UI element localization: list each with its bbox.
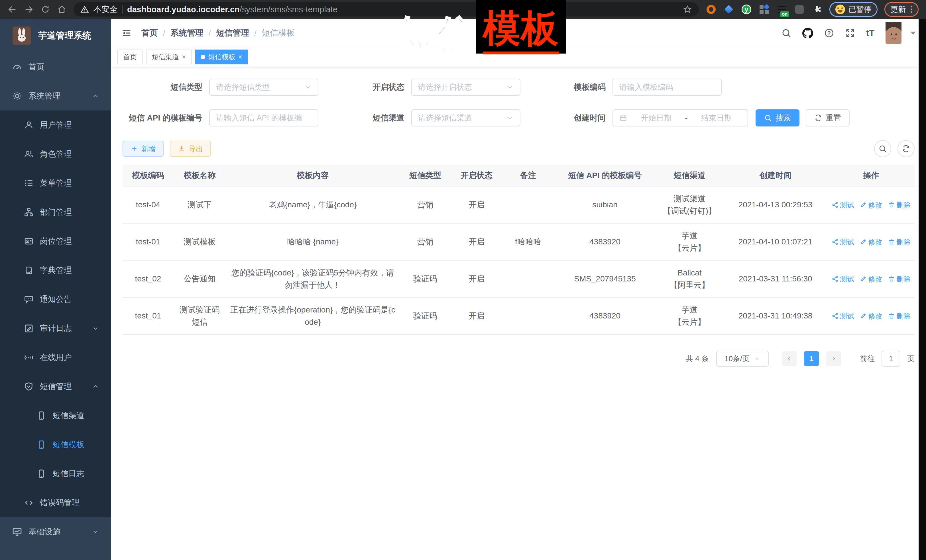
url-text[interactable]: dashboard.yudao.iocoder.cn/system/sms/sm…: [127, 5, 337, 14]
delete-link[interactable]: 删除: [888, 311, 911, 322]
search-icon[interactable]: [781, 28, 791, 38]
page-size-select[interactable]: 10条/页: [716, 351, 769, 367]
tab-sms-channel[interactable]: 短信渠道×: [146, 50, 192, 64]
test-link[interactable]: 测试: [832, 273, 854, 285]
template-code-input[interactable]: [613, 78, 722, 96]
export-button[interactable]: 导出: [170, 141, 211, 157]
sidebar-item-audit-log[interactable]: 审计日志: [0, 314, 111, 343]
extension-gem-icon[interactable]: [723, 4, 734, 15]
extension-y-icon[interactable]: y: [741, 4, 752, 15]
sidebar-item-users[interactable]: 用户管理: [0, 110, 111, 140]
sidebar-item-home[interactable]: 首页: [0, 53, 111, 82]
page-number-current[interactable]: 1: [804, 351, 819, 366]
test-link[interactable]: 测试: [832, 236, 854, 248]
reset-button[interactable]: 重置: [806, 109, 850, 127]
next-page-button[interactable]: [826, 351, 841, 366]
col-created: 创建时间: [723, 165, 828, 186]
chevron-down-icon: [92, 325, 99, 332]
sidebar-item-sms-channel[interactable]: 短信渠道: [0, 401, 111, 430]
sidebar-item-infrastructure[interactable]: 基础设施: [0, 517, 111, 546]
search-icon: [764, 114, 772, 122]
api-template-input[interactable]: [209, 109, 318, 127]
font-size-icon[interactable]: tT: [866, 28, 875, 38]
breadcrumb: 首页 / 系统管理 / 短信管理 / 短信模板: [141, 27, 295, 39]
sidebar-item-label: 短信日志: [53, 468, 84, 479]
fullscreen-icon[interactable]: [845, 28, 855, 38]
chevron-up-icon: [92, 92, 99, 100]
delete-link[interactable]: 删除: [888, 236, 911, 248]
close-icon[interactable]: ×: [182, 53, 186, 61]
add-button[interactable]: 新增: [123, 141, 163, 157]
end-date-placeholder[interactable]: 结束日期: [692, 113, 741, 123]
avatar-caret-icon[interactable]: [911, 32, 916, 35]
sidebar-item-label: 部门管理: [40, 207, 72, 217]
prev-page-button[interactable]: [782, 351, 797, 366]
avatar[interactable]: [885, 22, 902, 44]
test-link[interactable]: 测试: [832, 311, 854, 322]
app-title: 芋道管理系统: [38, 30, 91, 42]
show-search-button[interactable]: [874, 140, 891, 157]
extension-list-icon[interactable]: on: [776, 4, 787, 15]
forward-icon[interactable]: [24, 5, 33, 14]
chevron-down-icon: [506, 114, 514, 122]
edit-link[interactable]: 修改: [860, 236, 882, 248]
extension-orange-icon[interactable]: [706, 4, 717, 15]
profile-avatar-emoji: [835, 5, 845, 14]
browser-menu-icon[interactable]: [910, 5, 912, 14]
breadcrumb-home[interactable]: 首页: [141, 27, 158, 39]
tab-sms-template[interactable]: 短信模板×: [195, 50, 248, 64]
help-icon[interactable]: ?: [824, 28, 834, 38]
refresh-button[interactable]: [897, 140, 915, 157]
breadcrumb-sms[interactable]: 短信管理: [216, 27, 249, 39]
sidebar-item-menus[interactable]: 菜单管理: [0, 169, 111, 198]
profile-paused-pill[interactable]: 已暂停: [829, 2, 878, 17]
sidebar-item-online-users[interactable]: 在线用户: [0, 343, 111, 372]
hamburger-icon[interactable]: [121, 28, 132, 38]
delete-link[interactable]: 删除: [888, 199, 911, 210]
sidebar-item-notice[interactable]: 通知公告: [0, 285, 111, 314]
reload-icon[interactable]: [41, 5, 50, 14]
home-icon[interactable]: [57, 5, 67, 14]
test-link[interactable]: 测试: [832, 199, 854, 210]
security-label: 不安全: [94, 4, 117, 15]
on-badge: on: [780, 11, 789, 17]
github-icon[interactable]: [802, 28, 813, 38]
extensions-puzzle-icon[interactable]: [812, 4, 823, 15]
sidebar-item-system[interactable]: 系统管理: [0, 82, 111, 110]
back-icon[interactable]: [8, 5, 17, 14]
edit-link[interactable]: 修改: [860, 311, 882, 322]
address-bar[interactable]: 不安全 dashboard.yudao.iocoder.cn/system/sm…: [74, 2, 699, 17]
sms-type-select[interactable]: 请选择短信类型: [209, 78, 318, 96]
sidebar-item-roles[interactable]: 角色管理: [0, 140, 111, 169]
start-date-placeholder[interactable]: 开始日期: [631, 113, 681, 123]
goto-page-input[interactable]: [882, 351, 900, 367]
delete-link[interactable]: 删除: [888, 273, 911, 285]
channel-select[interactable]: 请选择短信渠道: [411, 109, 520, 127]
sidebar-item-sms[interactable]: 短信管理: [0, 372, 111, 401]
status-select[interactable]: 请选择开启状态: [411, 78, 520, 96]
extension-tool-icon[interactable]: [794, 4, 805, 15]
sidebar-item-sms-log[interactable]: 短信日志: [0, 459, 111, 488]
active-dot: [201, 55, 205, 59]
sidebar-item-posts[interactable]: 岗位管理: [0, 227, 111, 256]
date-range-picker[interactable]: 开始日期 - 结束日期: [613, 109, 748, 127]
close-icon[interactable]: ×: [238, 53, 242, 61]
breadcrumb-system[interactable]: 系统管理: [171, 27, 203, 39]
sidebar-item-error-code[interactable]: 错误码管理: [0, 488, 111, 517]
tab-home[interactable]: 首页: [117, 50, 142, 64]
search-button[interactable]: 搜索: [755, 109, 799, 127]
tree-list-icon: [24, 178, 33, 188]
bookmark-star-icon[interactable]: [683, 5, 692, 14]
edit-link[interactable]: 修改: [860, 199, 882, 210]
breadcrumb-separator: /: [163, 29, 165, 38]
edit-link[interactable]: 修改: [860, 273, 882, 285]
filter-row-2: 短信 API 的模板编号 短信渠道 请选择短信渠道 创建时间 开始日期 - 结束…: [123, 109, 915, 127]
scrollbar[interactable]: [918, 19, 926, 560]
sidebar-item-sms-template[interactable]: 短信模板: [0, 430, 111, 459]
warning-icon: [80, 5, 89, 14]
extension-grid-icon[interactable]: [759, 4, 770, 15]
sidebar-item-departments[interactable]: 部门管理: [0, 198, 111, 227]
browser-update-pill[interactable]: 更新: [884, 2, 918, 17]
sidebar-item-dict[interactable]: 字典管理: [0, 256, 111, 285]
content: 短信类型 请选择短信类型 开启状态 请选择开启状态 模板编码 短信 API: [111, 67, 926, 560]
